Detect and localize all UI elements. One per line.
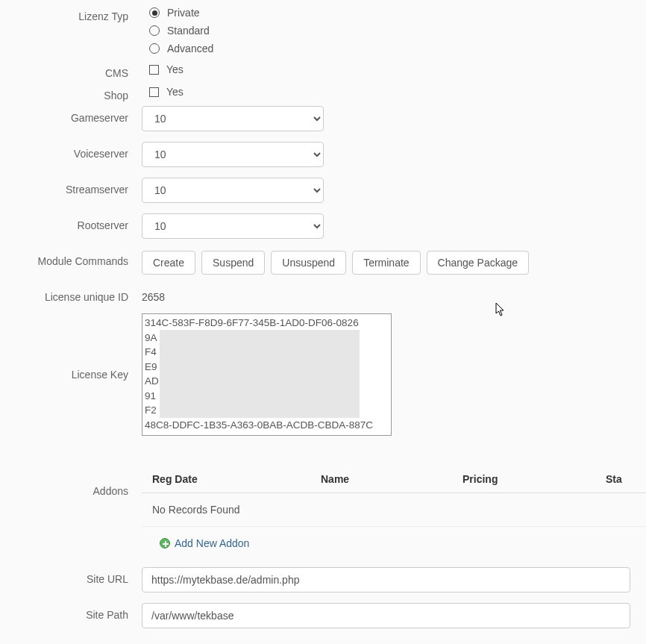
form-panel: Lizenz Typ Private Standard Advanced CMS… [0,0,646,628]
th-status: Sta [606,473,646,485]
label-rootserver: Rootserver [0,213,142,231]
add-new-addon-row: Add New Addon [142,527,646,560]
create-button[interactable]: Create [142,251,195,275]
label-site-path: Site Path [0,603,142,621]
radio-private[interactable]: Private [142,4,646,21]
checkbox-shop-yes[interactable]: Yes [142,84,646,100]
license-key-textarea[interactable] [142,313,392,436]
row-license-key: License Key [0,313,646,436]
checkbox-cms-yes[interactable]: Yes [142,61,646,78]
label-license-key: License Key [0,313,142,381]
site-url-input[interactable] [142,567,630,593]
label-license-unique-id: License unique ID [0,285,142,303]
label-shop: Shop [0,84,142,101]
row-module-commands: Module Commands Create Suspend Unsuspend… [0,249,646,275]
add-new-addon-link[interactable]: Add New Addon [175,537,249,549]
th-pricing: Pricing [462,473,606,485]
site-path-input[interactable] [142,603,630,628]
module-commands-buttons: Create Suspend Unsuspend Terminate Chang… [142,249,646,275]
addons-table: Reg Date Name Pricing Sta No Records Fou… [142,466,646,560]
radio-icon [149,7,160,18]
row-rootserver: Rootserver 10 [0,213,646,239]
addons-table-header: Reg Date Name Pricing Sta [142,466,646,493]
checkbox-label: Yes [166,86,184,98]
row-cms: CMS Yes [0,61,646,79]
label-gameserver: Gameserver [0,106,142,124]
label-voiceserver: Voiceserver [0,142,142,160]
terminate-button[interactable]: Terminate [352,251,420,275]
plus-icon [160,538,170,548]
checkbox-icon [149,65,159,75]
unsuspend-button[interactable]: Unsuspend [271,251,346,275]
row-lizenz-typ: Lizenz Typ Private Standard Advanced [0,4,646,57]
license-key-wrapper [142,313,392,436]
cms-checkbox-group: Yes [142,61,646,78]
voiceserver-select[interactable]: 10 [142,142,324,167]
radio-label: Private [167,7,200,19]
label-addons: Addons [0,443,142,497]
radio-label: Standard [167,25,210,37]
row-streamserver: Streamserver 10 [0,178,646,203]
row-addons: Addons Reg Date Name Pricing Sta No Reco… [0,443,646,560]
radio-icon [149,43,160,54]
label-cms: CMS [0,61,142,79]
radio-label: Advanced [167,43,213,54]
row-gameserver: Gameserver 10 [0,106,646,131]
radio-icon [149,25,160,36]
streamserver-select[interactable]: 10 [142,178,324,203]
label-streamserver: Streamserver [0,178,142,196]
th-reg-date: Reg Date [142,473,321,485]
change-package-button[interactable]: Change Package [427,251,529,275]
checkbox-icon [149,87,159,97]
label-module-commands: Module Commands [0,249,142,267]
suspend-button[interactable]: Suspend [201,251,265,275]
th-name: Name [321,473,462,485]
lizenz-typ-radio-group: Private Standard Advanced [142,4,646,57]
row-site-path: Site Path [0,603,646,628]
checkbox-label: Yes [166,63,184,75]
gameserver-select[interactable]: 10 [142,106,324,131]
addons-no-records: No Records Found [142,493,646,527]
license-unique-id-value: 2658 [142,285,646,303]
label-site-url: Site URL [0,567,142,585]
radio-advanced[interactable]: Advanced [142,40,646,57]
label-lizenz-typ: Lizenz Typ [0,4,142,22]
row-shop: Shop Yes [0,84,646,101]
radio-standard[interactable]: Standard [142,22,646,39]
row-site-url: Site URL [0,567,646,593]
row-voiceserver: Voiceserver 10 [0,142,646,167]
shop-checkbox-group: Yes [142,84,646,100]
rootserver-select[interactable]: 10 [142,213,324,239]
row-license-unique-id: License unique ID 2658 [0,285,646,303]
